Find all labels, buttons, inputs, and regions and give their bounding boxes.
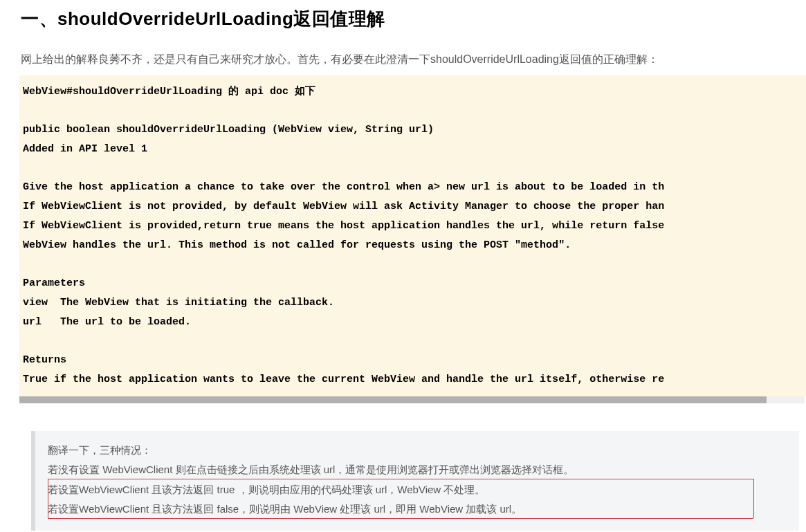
quote-text: 则在点击链接之后由系统处理该 url，通常是使用浏览器打开或弹出浏览器选择对话框… — [176, 464, 574, 475]
quote-line-1: 翻译一下，三种情况： — [48, 441, 787, 461]
code-block: WebView#shouldOverrideUrlLoading 的 api d… — [19, 75, 806, 396]
quote-line-4: 若设置WebViewClient 且该方法返回 false，则说明由 WebVi… — [48, 499, 787, 520]
intro-paragraph: 网上给出的解释良莠不齐，还是只有自己来研究才放心。首先，有必要在此澄清一下sho… — [21, 51, 806, 68]
quote-text: 若设置WebViewClient 且该方法返回 true — [48, 484, 238, 495]
code-line: True if the host application wants to le… — [23, 374, 664, 385]
code-line: Give the host application a chance to ta… — [23, 181, 664, 193]
code-line: WebView#shouldOverrideUrlLoading 的 api d… — [23, 86, 315, 98]
horizontal-scrollbar[interactable] — [19, 396, 805, 403]
quote-text: ，则说明由应用的代码处理该 url，WebView 不处理。 — [238, 484, 486, 495]
annotation-line — [753, 479, 754, 518]
annotation-line — [48, 518, 753, 519]
scrollbar-thumb[interactable] — [19, 396, 767, 403]
annotation-line — [48, 479, 48, 518]
code-line: Returns — [23, 354, 66, 366]
quote-block: 翻译一下，三种情况： 若没有设置 WebViewClient 则在点击链接之后由… — [31, 431, 799, 531]
code-line: public boolean shouldOverrideUrlLoading … — [23, 124, 434, 136]
code-line: view The WebView that is initiating the … — [23, 297, 334, 309]
quote-text: 若没有设置 WebViewClient — [48, 464, 176, 475]
code-line: Parameters — [23, 277, 85, 289]
code-line: If WebViewClient is not provided, by def… — [23, 201, 664, 212]
quote-line-3: 若设置WebViewClient 且该方法返回 true ，则说明由应用的代码处… — [48, 480, 787, 500]
section-heading: 一、shouldOverrideUrlLoading返回值理解 — [21, 7, 806, 31]
code-line: url The url to be loaded. — [23, 316, 191, 328]
quote-line-2: 若没有设置 WebViewClient 则在点击链接之后由系统处理该 url，通… — [48, 460, 787, 480]
code-line: WebView handles the url. This method is … — [23, 239, 571, 251]
code-line: Added in API level 1 — [23, 143, 147, 155]
quote-text: 若设置WebViewClient 且该方法返回 false — [48, 503, 239, 515]
quote-text: ，则说明由 WebView 处理该 url，即用 WebView 加载该 url… — [239, 503, 522, 515]
annotation-line — [48, 479, 753, 479]
code-line: If WebViewClient is provided,return true… — [23, 220, 664, 232]
